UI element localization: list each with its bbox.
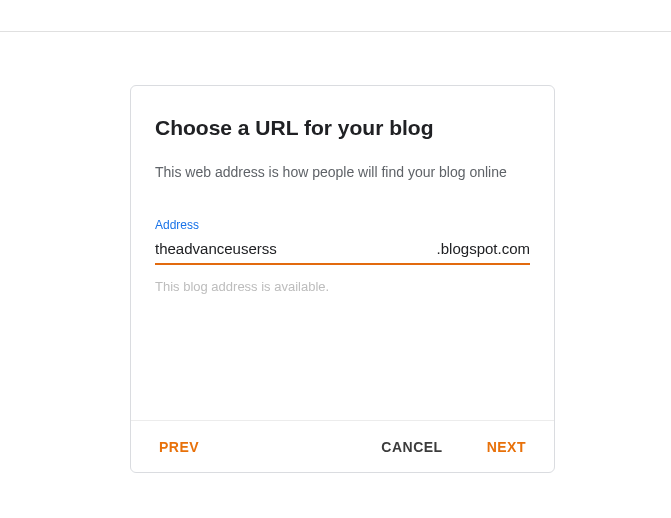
cancel-button[interactable]: CANCEL: [377, 431, 446, 463]
url-dialog: Choose a URL for your blog This web addr…: [130, 85, 555, 473]
address-input-row: .blogspot.com: [155, 238, 530, 265]
availability-message: This blog address is available.: [155, 279, 530, 294]
next-button[interactable]: NEXT: [483, 431, 530, 463]
domain-suffix: .blogspot.com: [437, 240, 530, 257]
prev-button[interactable]: PREV: [155, 431, 203, 463]
dialog-actions: PREV CANCEL NEXT: [131, 420, 554, 472]
top-divider: [0, 31, 671, 32]
address-input[interactable]: [155, 238, 437, 259]
actions-right: CANCEL NEXT: [377, 431, 530, 463]
dialog-content: Choose a URL for your blog This web addr…: [131, 86, 554, 420]
dialog-subtitle: This web address is how people will find…: [155, 164, 530, 180]
dialog-title: Choose a URL for your blog: [155, 116, 530, 140]
address-label: Address: [155, 218, 530, 232]
